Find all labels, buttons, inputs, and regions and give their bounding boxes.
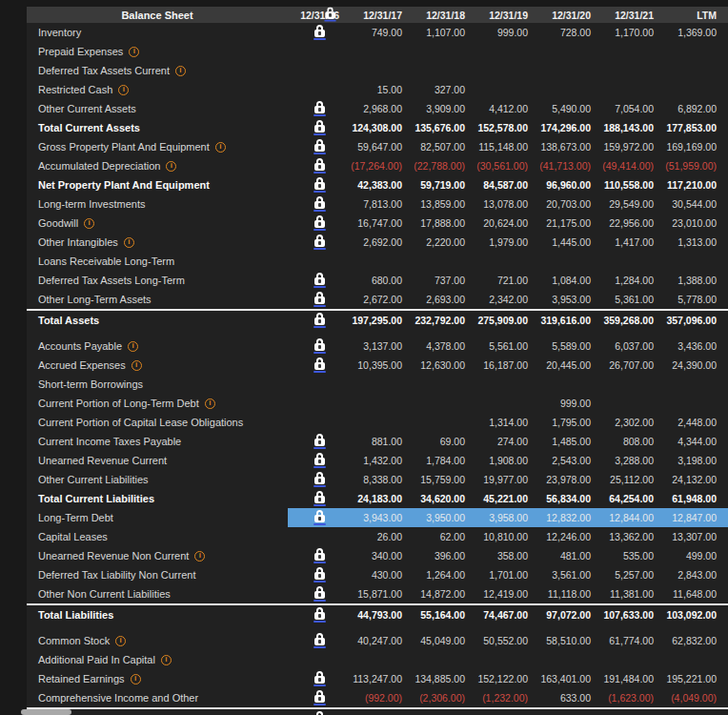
table-row[interactable]: Long-Term Debt3,943.003,950.003,958.0012… xyxy=(27,508,728,527)
table-row[interactable]: Net Property Plant And Equipment42,383.0… xyxy=(27,175,728,194)
table-row[interactable]: Short-term Borrowings xyxy=(27,375,728,394)
info-icon[interactable]: i xyxy=(161,655,172,665)
info-icon[interactable]: i xyxy=(131,674,141,684)
table-row[interactable]: Total Current Liabilities24,183.0034,620… xyxy=(27,489,728,508)
info-icon[interactable]: i xyxy=(124,237,134,248)
lock-icon[interactable] xyxy=(313,101,326,116)
lock-icon[interactable] xyxy=(313,690,326,705)
info-icon[interactable]: i xyxy=(215,142,226,153)
info-icon[interactable]: i xyxy=(131,360,142,371)
value-cell: 808.00 xyxy=(602,432,665,451)
lock-icon[interactable] xyxy=(324,7,335,21)
lock-icon[interactable] xyxy=(313,120,326,135)
info-icon[interactable]: i xyxy=(205,398,215,409)
value-text: 3,436.00 xyxy=(677,340,717,352)
table-row[interactable]: Restricted Cashi15.00327.00 xyxy=(27,80,728,99)
value-text: 499.00 xyxy=(686,550,717,562)
value-text: 2,968.00 xyxy=(363,103,402,114)
table-row[interactable]: Deferred Tax Liability Non Current430.00… xyxy=(27,565,728,584)
table-row[interactable]: Additional Paid In Capitali xyxy=(27,650,728,669)
value-text: 1,170.00 xyxy=(615,27,654,38)
value-cell: 15,759.00 xyxy=(414,470,476,489)
table-row[interactable]: Comprehensive Income and Other(992.00)(2… xyxy=(27,688,728,707)
value-text: 13,859.00 xyxy=(420,198,465,210)
row-label-text: Other Current Liabilities xyxy=(38,474,149,485)
lock-icon[interactable] xyxy=(313,358,326,373)
lock-icon[interactable] xyxy=(313,491,326,506)
table-row[interactable]: Total Common Equity152,502.00177,628.002… xyxy=(27,707,728,715)
lock-icon[interactable] xyxy=(313,177,326,193)
value-cell: 430.00 xyxy=(351,565,414,584)
lock-icon[interactable] xyxy=(313,158,326,174)
table-row[interactable]: Other Current Assets2,968.003,909.004,41… xyxy=(27,99,728,118)
info-icon[interactable]: i xyxy=(84,218,94,229)
lock-icon[interactable] xyxy=(313,273,326,288)
table-row[interactable]: Deferred Tax Assets Currenti xyxy=(27,61,728,80)
table-row[interactable]: Total Current Assets124,308.00135,676.00… xyxy=(27,118,728,137)
info-icon[interactable]: i xyxy=(128,341,138,352)
table-row[interactable]: Current Portion of Long-Term Debti999.00 xyxy=(27,394,728,413)
table-row[interactable]: Other Non Current Liabilities15,871.0014… xyxy=(27,584,728,603)
table-row[interactable]: Prepaid Expensesi xyxy=(27,42,728,61)
lock-icon[interactable] xyxy=(313,567,326,582)
table-row[interactable]: Other Current Liabilities8,338.0015,759.… xyxy=(27,470,728,489)
value-cell: 135,676.00 xyxy=(414,118,476,137)
table-row[interactable]: Deferred Tax Assets Long-Term680.00737.0… xyxy=(27,271,728,290)
table-row[interactable]: Current Portion of Capital Lease Obligat… xyxy=(27,413,728,432)
table-row[interactable]: Accrued Expensesi10,395.0012,630.0016,18… xyxy=(27,356,728,375)
horizontal-scrollbar-thumb[interactable] xyxy=(21,709,71,715)
value-text: 69.00 xyxy=(440,436,465,447)
lock-icon[interactable] xyxy=(313,548,326,563)
table-row[interactable]: Accounts Payablei3,137.004,378.005,561.0… xyxy=(27,337,728,356)
lock-icon[interactable] xyxy=(313,338,326,354)
lock-icon[interactable] xyxy=(313,139,326,154)
lock-icon[interactable] xyxy=(313,434,326,449)
row-label-text: Total Current Assets xyxy=(38,122,140,133)
lock-icon[interactable] xyxy=(313,235,326,250)
value-cell xyxy=(539,252,602,271)
lock-icon[interactable] xyxy=(313,711,326,715)
table-row[interactable]: Accumulated Depreciationi(17,264.00)(22,… xyxy=(27,156,728,175)
table-row[interactable]: Current Income Taxes Payable881.0069.002… xyxy=(27,432,728,451)
lock-icon[interactable] xyxy=(313,586,326,602)
table-row[interactable]: Inventory749.001,107.00999.00728.001,170… xyxy=(27,23,728,42)
table-row[interactable]: Long-term Investments7,813.0013,859.0013… xyxy=(27,194,728,214)
value-cell: 2,672.00 xyxy=(351,290,414,309)
table-row[interactable]: Capital Leases26.0062.0010,810.0012,246.… xyxy=(27,527,728,546)
lock-icon[interactable] xyxy=(313,292,326,307)
info-icon[interactable]: i xyxy=(175,66,186,76)
info-icon[interactable]: i xyxy=(166,161,176,172)
table-row[interactable]: Loans Receivable Long-Term xyxy=(27,252,728,271)
value-cell: 12,832.00 xyxy=(539,508,602,527)
lock-icon[interactable] xyxy=(313,215,326,231)
table-row[interactable]: Total Liabilities44,793.0055,164.0074,46… xyxy=(27,603,728,624)
lock-icon[interactable] xyxy=(313,453,326,468)
lock-icon[interactable] xyxy=(313,196,326,212)
value-text: 34,620.00 xyxy=(420,493,465,504)
table-row[interactable]: Unearned Revenue Current1,432.001,784.00… xyxy=(27,451,728,470)
value-cell xyxy=(539,42,602,61)
table-row[interactable]: Unearned Revenue Non Currenti340.00396.0… xyxy=(27,546,728,565)
info-icon[interactable]: i xyxy=(115,636,126,646)
table-row[interactable]: Retained Earningsi113,247.00134,885.0015… xyxy=(27,669,728,688)
value-text: 97,072.00 xyxy=(546,609,591,621)
table-row[interactable]: Gross Property Plant And Equipmenti59,64… xyxy=(27,137,728,156)
value-cell: 62,832.00 xyxy=(665,631,728,650)
value-text: 12,847.00 xyxy=(672,512,717,523)
table-row[interactable]: Total Assets197,295.00232,792.00275,909.… xyxy=(27,309,728,330)
table-row[interactable]: Common Stocki40,247.0045,049.0050,552.00… xyxy=(27,631,728,650)
lock-icon[interactable] xyxy=(313,472,326,487)
lock-icon[interactable] xyxy=(313,633,326,648)
table-row[interactable]: Other Long-Term Assets2,672.002,693.002,… xyxy=(27,290,728,309)
lock-icon[interactable] xyxy=(313,510,326,525)
info-icon[interactable]: i xyxy=(129,47,139,57)
lock-icon[interactable] xyxy=(313,607,326,623)
lock-icon[interactable] xyxy=(313,313,326,328)
table-row[interactable]: Other Intangiblesi2,692.002,220.001,979.… xyxy=(27,233,728,252)
lock-icon[interactable] xyxy=(313,671,326,686)
table-row[interactable]: Goodwilli16,747.0017,888.0020,624.0021,1… xyxy=(27,214,728,233)
info-icon[interactable]: i xyxy=(194,551,205,562)
lock-icon[interactable] xyxy=(313,25,326,40)
row-label: Capital Leases xyxy=(27,527,288,546)
info-icon[interactable]: i xyxy=(118,85,129,95)
